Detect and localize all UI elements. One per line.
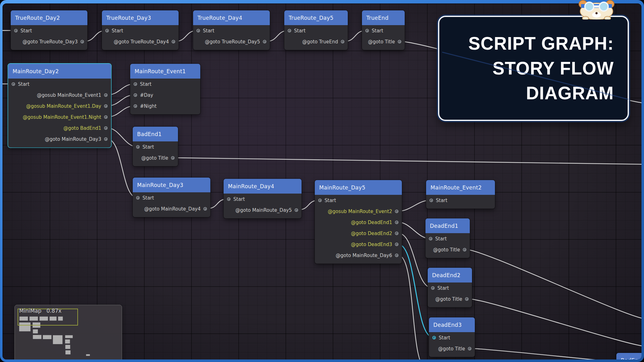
input-port-icon[interactable] bbox=[136, 196, 140, 200]
input-port-icon[interactable] bbox=[432, 336, 436, 339]
output-port-icon[interactable] bbox=[171, 156, 175, 160]
minimap-node-block bbox=[50, 316, 57, 321]
node-title[interactable]: TrueEnd bbox=[362, 10, 405, 25]
input-row: #Day bbox=[130, 90, 200, 101]
output-port-icon[interactable] bbox=[295, 208, 298, 212]
input-port-icon[interactable] bbox=[365, 29, 369, 32]
node-title[interactable]: MainRoute_Event1 bbox=[130, 64, 200, 79]
output-port-icon[interactable] bbox=[463, 248, 466, 251]
row-label: @gosub MainRoute_Event2 bbox=[328, 209, 392, 214]
output-row: @goto Title bbox=[425, 244, 470, 255]
graph-canvas[interactable]: TrueRoute_Day2Start@goto TrueRoute_Day3T… bbox=[3, 3, 641, 359]
graph-node-trueend[interactable]: TrueEndStart@goto Title bbox=[362, 10, 405, 50]
input-port-icon[interactable] bbox=[134, 104, 137, 108]
input-port-icon[interactable] bbox=[429, 237, 432, 240]
output-port-icon[interactable] bbox=[104, 104, 108, 108]
row-label: @goto MainRoute_Day3 bbox=[45, 136, 101, 142]
graph-node-trueroute-day5[interactable]: TrueRoute_Day5Start@goto TrueEnd bbox=[284, 10, 348, 50]
graph-node-badend1[interactable]: BadEnd1Start@goto Title bbox=[133, 127, 178, 166]
output-port-icon[interactable] bbox=[398, 40, 401, 43]
graph-node-mainroute-day5[interactable]: MainRoute_Day5Start@gosub MainRoute_Even… bbox=[315, 180, 402, 264]
input-port-icon[interactable] bbox=[288, 29, 291, 32]
node-title[interactable]: TrueRoute_Day2 bbox=[11, 10, 87, 25]
row-label: @goto DeadEnd2 bbox=[351, 231, 392, 236]
input-port-icon[interactable] bbox=[134, 82, 137, 86]
input-port-icon[interactable] bbox=[197, 29, 200, 32]
graph-node-mainroute-day4[interactable]: MainRoute_Day4Start@goto MainRoute_Day5 bbox=[224, 179, 302, 218]
output-port-icon[interactable] bbox=[203, 207, 207, 211]
input-port-icon[interactable] bbox=[318, 199, 322, 202]
node-title[interactable]: TrueRoute_Day3 bbox=[102, 10, 179, 25]
node-title[interactable]: TrueRoute_Day4 bbox=[193, 10, 270, 25]
row-label: @goto Title bbox=[368, 39, 395, 45]
output-port-icon[interactable] bbox=[341, 40, 344, 43]
input-port-icon[interactable] bbox=[136, 145, 140, 149]
input-port-icon[interactable] bbox=[12, 82, 15, 86]
graph-node-mainroute-day3[interactable]: MainRoute_Day3Start@goto MainRoute_Day4 bbox=[133, 178, 210, 217]
output-port-icon[interactable] bbox=[104, 93, 108, 97]
output-row: @goto MainRoute_Day5 bbox=[224, 205, 302, 216]
row-label: Start bbox=[142, 195, 154, 201]
graph-node-badend-partial[interactable]: BadEnd bbox=[616, 353, 641, 359]
node-title[interactable]: MainRoute_Event2 bbox=[426, 180, 495, 195]
output-port-icon[interactable] bbox=[395, 243, 398, 246]
input-port-icon[interactable] bbox=[105, 29, 109, 32]
input-port-icon[interactable] bbox=[430, 199, 433, 202]
node-title[interactable]: MainRoute_Day4 bbox=[224, 179, 302, 194]
graph-node-deadend1[interactable]: DeadEnd1Start@goto Title bbox=[425, 218, 470, 258]
graph-node-mainroute-day2[interactable]: MainRoute_Day2Start@gosub MainRoute_Even… bbox=[8, 64, 111, 147]
graph-node-deadend3[interactable]: DeadEnd3Start@goto Title bbox=[429, 317, 475, 357]
node-body: Start@gosub MainRoute_Event2@goto DeadEn… bbox=[315, 195, 402, 264]
minimap-node-block bbox=[53, 335, 62, 344]
node-title[interactable]: MainRoute_Day2 bbox=[8, 64, 111, 79]
title-card-line-3: DIAGRAM bbox=[526, 84, 614, 102]
graph-node-deadend2[interactable]: DeadEnd2Start@goto Title bbox=[428, 268, 472, 307]
input-row: Start bbox=[429, 332, 475, 343]
node-title[interactable]: MainRoute_Day5 bbox=[315, 180, 402, 195]
row-label: Start bbox=[372, 28, 383, 34]
node-title[interactable]: BadEnd1 bbox=[133, 127, 178, 141]
node-body: Start@goto MainRoute_Day4 bbox=[133, 192, 210, 217]
input-port-icon[interactable] bbox=[227, 197, 230, 201]
input-port-icon[interactable] bbox=[431, 286, 435, 290]
output-port-icon[interactable] bbox=[104, 115, 108, 119]
input-row: Start bbox=[193, 25, 270, 36]
output-port-icon[interactable] bbox=[468, 347, 471, 350]
output-port-icon[interactable] bbox=[104, 137, 108, 141]
input-port-icon[interactable] bbox=[134, 93, 137, 97]
input-row: Start bbox=[102, 25, 179, 36]
node-title[interactable]: DeadEnd2 bbox=[428, 268, 472, 282]
graph-node-mainroute-event1[interactable]: MainRoute_Event1Start#Day#Night bbox=[130, 64, 200, 114]
node-body: Start@goto TrueRoute_Day3 bbox=[11, 25, 87, 50]
row-label: Start bbox=[18, 81, 30, 87]
node-title[interactable]: DeadEnd3 bbox=[429, 317, 475, 332]
output-row: @goto Title bbox=[133, 152, 178, 163]
output-port-icon[interactable] bbox=[172, 40, 175, 43]
input-row: Start bbox=[315, 195, 402, 206]
minimap-node-block bbox=[19, 316, 28, 321]
graph-node-mainroute-event2[interactable]: MainRoute_Event2Start bbox=[426, 180, 495, 209]
row-label: @gosub MainRoute_Event1.Night bbox=[23, 114, 101, 120]
input-row: Start bbox=[133, 192, 210, 203]
output-port-icon[interactable] bbox=[465, 297, 469, 301]
graph-node-trueroute-day3[interactable]: TrueRoute_Day3Start@goto TrueRoute_Day4 bbox=[102, 10, 179, 50]
minimap[interactable]: MiniMap 0.87x bbox=[14, 305, 122, 359]
graph-node-trueroute-day4[interactable]: TrueRoute_Day4Start@goto TrueRoute_Day5 bbox=[193, 10, 270, 50]
node-title[interactable]: BadEnd bbox=[616, 353, 641, 359]
output-port-icon[interactable] bbox=[395, 221, 398, 224]
output-port-icon[interactable] bbox=[104, 126, 108, 130]
input-row: Start bbox=[426, 195, 495, 206]
output-port-icon[interactable] bbox=[80, 40, 84, 43]
output-port-icon[interactable] bbox=[263, 40, 266, 43]
input-port-icon[interactable] bbox=[14, 29, 18, 32]
output-port-icon[interactable] bbox=[395, 210, 398, 213]
output-port-icon[interactable] bbox=[395, 232, 398, 235]
graph-node-trueroute-day2[interactable]: TrueRoute_Day2Start@goto TrueRoute_Day3 bbox=[11, 10, 87, 50]
output-port-icon[interactable] bbox=[395, 254, 398, 257]
row-label: @gosub MainRoute_Event1 bbox=[37, 92, 101, 98]
input-row: Start bbox=[130, 79, 200, 90]
node-title[interactable]: DeadEnd1 bbox=[425, 218, 470, 233]
node-title[interactable]: MainRoute_Day3 bbox=[133, 178, 210, 192]
node-title[interactable]: TrueRoute_Day5 bbox=[284, 10, 348, 25]
output-row: @goto DeadEnd2 bbox=[315, 228, 402, 239]
